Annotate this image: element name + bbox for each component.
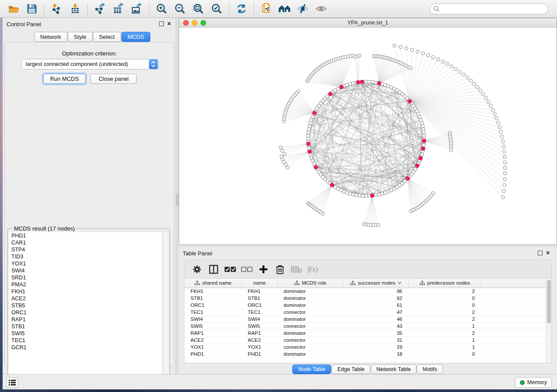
refresh-view-button[interactable] (235, 2, 248, 15)
criterion-select[interactable]: largest connected component (undirected) (21, 59, 159, 69)
table-cell[interactable]: YOX1 (184, 344, 242, 351)
save-session-button[interactable] (25, 2, 38, 15)
table-cell[interactable]: dominator (277, 302, 343, 309)
clone-network-button[interactable] (260, 2, 273, 15)
table-row[interactable]: SWI4SWI4dominator462 (184, 316, 546, 323)
table-cell[interactable]: ORC1 (184, 302, 242, 309)
close-panel-action-button[interactable]: Close panel (90, 74, 137, 84)
table-cell[interactable]: 47 (343, 309, 408, 316)
result-node-item[interactable]: CAR1 (9, 239, 162, 246)
graph-node-dominator[interactable] (377, 81, 381, 85)
table-cell[interactable]: SWI4 (184, 316, 242, 323)
table-cell[interactable]: 1 (408, 323, 481, 330)
run-mcds-button[interactable]: Run MCDS (43, 74, 86, 84)
table-cell[interactable]: 2 (408, 288, 481, 295)
table-row[interactable]: STB1STB1dominator620 (184, 295, 546, 302)
tab-network[interactable]: Network (34, 32, 67, 42)
table-cell[interactable]: SWI5 (184, 323, 242, 330)
result-node-item[interactable]: TID3 (9, 253, 162, 260)
result-node-item[interactable]: SWI5 (9, 330, 162, 337)
table-cell[interactable]: PHD1 (242, 351, 277, 358)
table-cell[interactable]: dominator (277, 316, 343, 323)
table-cell[interactable]: 0 (408, 295, 481, 302)
float-panel-button[interactable] (159, 21, 164, 26)
hide-details-button[interactable] (297, 2, 310, 15)
column-header-predecessor-nodes[interactable]: predecessor nodes (408, 279, 481, 288)
table-cell[interactable]: TEC1 (184, 309, 242, 316)
export-network-button[interactable] (93, 2, 107, 15)
table-cell[interactable]: PHD1 (184, 351, 242, 358)
table-cell[interactable]: dominator (277, 295, 343, 302)
graph-node-dominator[interactable] (360, 80, 364, 84)
table-cell[interactable]: dominator (277, 288, 343, 295)
graph-node-dominator[interactable] (408, 100, 412, 103)
close-table-panel-button[interactable]: × (546, 249, 550, 256)
graph-node-dominator[interactable] (419, 156, 422, 160)
tab-motifs[interactable]: Motifs (417, 364, 443, 374)
close-panel-button[interactable]: × (167, 20, 171, 27)
tab-edge-table[interactable]: Edge Table (332, 364, 370, 374)
zoom-out-button[interactable] (173, 2, 187, 15)
table-row[interactable]: SWI5SWI5connector431 (184, 323, 546, 330)
table-cell[interactable]: 46 (343, 316, 408, 323)
table-row[interactable]: TEC1TEC1connector472 (184, 309, 546, 316)
table-cell[interactable]: 29 (343, 344, 408, 351)
result-node-item[interactable]: PMA2 (9, 281, 162, 288)
tab-mcds[interactable]: MCDS (121, 32, 150, 42)
graph-node-dominator[interactable] (329, 92, 332, 96)
export-image-button[interactable] (130, 2, 143, 15)
table-cell[interactable]: 0 (408, 351, 481, 358)
result-node-item[interactable]: PHD1 (9, 232, 162, 239)
column-header-shared-name[interactable]: shared name (184, 279, 242, 288)
table-row[interactable]: ORC1ORC1dominator610 (184, 302, 546, 309)
result-node-item[interactable]: ACE2 (9, 295, 162, 302)
tab-node-table[interactable]: Node Table (292, 364, 331, 374)
table-cell[interactable]: ACE2 (184, 337, 242, 344)
export-table-button[interactable] (112, 2, 125, 15)
table-cell[interactable]: 18 (343, 351, 408, 358)
open-session-button[interactable] (7, 2, 20, 15)
graph-node-dominator[interactable] (312, 111, 316, 115)
table-cell[interactable]: SWI4 (242, 316, 277, 323)
table-cell[interactable]: ACE2 (242, 337, 277, 344)
table-cell[interactable]: 2 (408, 309, 481, 316)
result-node-item[interactable]: TEC1 (9, 337, 162, 344)
tab-style[interactable]: Style (68, 32, 93, 42)
table-scrollbar[interactable] (546, 279, 551, 363)
table-cell[interactable]: 96 (343, 288, 408, 295)
delete-column-button[interactable] (273, 263, 287, 276)
graph-node-dominator[interactable] (330, 183, 334, 187)
table-cell[interactable]: SWI5 (242, 323, 277, 330)
column-header-name[interactable]: name (242, 279, 277, 288)
zoom-fit-button[interactable] (192, 2, 205, 15)
table-cell[interactable]: 2 (408, 316, 481, 323)
table-cell[interactable]: STB1 (184, 295, 242, 302)
table-cell[interactable]: dominator (277, 330, 343, 337)
result-node-item[interactable]: GCR1 (9, 344, 162, 351)
result-list-scrollbar[interactable] (163, 232, 169, 389)
table-cell[interactable]: STB1 (242, 295, 277, 302)
show-details-button[interactable] (315, 2, 328, 15)
table-row[interactable]: ACE2ACE2connector311 (184, 337, 546, 344)
float-table-panel-button[interactable] (538, 251, 543, 255)
table-cell[interactable]: connector (277, 344, 343, 351)
table-cell[interactable]: YOX1 (242, 344, 277, 351)
zoom-in-button[interactable] (155, 2, 168, 15)
network-canvas[interactable] (179, 28, 557, 245)
table-cell[interactable]: dominator (277, 351, 343, 358)
result-node-item[interactable]: RAP1 (9, 316, 162, 323)
table-cell[interactable]: 61 (343, 302, 408, 309)
deselect-all-button[interactable] (240, 263, 253, 276)
table-cell[interactable]: RAP1 (184, 330, 242, 337)
graph-node-dominator[interactable] (306, 142, 310, 146)
result-node-item[interactable]: STB1 (9, 323, 162, 330)
table-cell[interactable]: 62 (343, 295, 408, 302)
graph-node-dominator[interactable] (421, 147, 425, 151)
network-overview-button[interactable] (278, 2, 291, 15)
table-cell[interactable]: 31 (343, 337, 408, 344)
table-cell[interactable]: connector (277, 337, 343, 344)
table-cell[interactable]: 35 (343, 330, 408, 337)
table-cell[interactable]: ORC1 (242, 302, 277, 309)
column-header-MCDS-role[interactable]: MCDS role (277, 279, 343, 288)
graph-node-dominator[interactable] (314, 165, 318, 169)
